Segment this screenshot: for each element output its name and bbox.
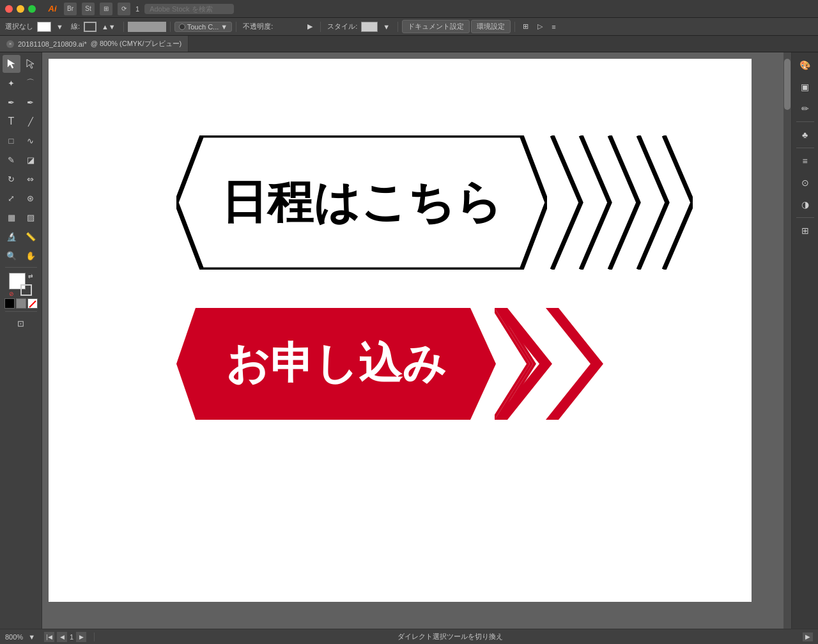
style-arrow[interactable]: ▼: [379, 22, 394, 32]
main-area: ✦ ⌒ ✒ ✒ T ╱ □ ∿ ✎ ◪ ↻ ⇔ ⤢ ⊛ ▦ ▨: [0, 52, 818, 629]
sep3: [236, 22, 236, 32]
sep5: [397, 22, 398, 32]
rotate-tool[interactable]: ↻: [3, 170, 20, 188]
extra-btn2[interactable]: ▷: [534, 21, 546, 32]
status-expand-btn[interactable]: ▶: [803, 632, 813, 641]
minimize-button[interactable]: [17, 5, 24, 13]
prev-page-btn[interactable]: ◀: [57, 632, 67, 642]
file-tab[interactable]: × 20181108_210809.ai* @ 800% (CMYK/プレビュー…: [0, 36, 189, 52]
artboard: 日程はこちら: [49, 59, 752, 602]
scrollbar-thumb[interactable]: [784, 59, 791, 110]
pen-tool[interactable]: ✒: [3, 93, 20, 111]
pathfinder-panel-btn[interactable]: ◑: [795, 194, 815, 215]
graph-tool[interactable]: ▦: [3, 208, 20, 226]
stroke-weight-input[interactable]: [128, 22, 166, 32]
page-nav: |◀ ◀ 1 ▶: [44, 632, 86, 642]
vertical-scrollbar[interactable]: [783, 52, 791, 629]
black-swatch[interactable]: [4, 298, 15, 309]
swap-colors-icon[interactable]: ⇄: [28, 273, 33, 279]
style-swatch[interactable]: [361, 22, 378, 32]
tool-row-7: ↻ ⇔: [3, 170, 40, 188]
touch-color-btn[interactable]: Touch C... ▼: [174, 22, 232, 32]
history-label: 1: [135, 5, 139, 13]
artboard-tool[interactable]: ⊡: [12, 314, 30, 332]
magic-wand-tool[interactable]: ✦: [3, 74, 20, 92]
tool-row-5: □ ∿: [3, 132, 40, 150]
none-icon[interactable]: ⊘: [9, 291, 14, 297]
tool-row-8: ⤢ ⊛: [3, 189, 40, 207]
app-icon: Ai: [46, 3, 59, 15]
direct-select-tool[interactable]: [22, 55, 40, 73]
banner1-main-shape: 日程はこちら: [176, 135, 547, 270]
scale-tool[interactable]: ⤢: [3, 189, 20, 207]
svg-marker-6: [546, 308, 603, 420]
gray-swatch[interactable]: [16, 298, 26, 309]
opacity-label: 不透明度:: [240, 20, 275, 33]
banner2: お申し込み: [176, 308, 603, 420]
rp-divider-1: [796, 121, 814, 122]
add-anchor-tool[interactable]: ✒: [22, 93, 40, 111]
stroke-options-btn[interactable]: ▲▼: [98, 22, 120, 32]
brush-panel-btn[interactable]: ✏: [795, 98, 815, 119]
color-panel-btn[interactable]: 🎨: [795, 55, 815, 75]
eraser-tool[interactable]: ◪: [22, 151, 40, 169]
fill-swatch[interactable]: [37, 22, 51, 32]
tool-row-4: T ╱: [3, 112, 40, 130]
bridge-icon[interactable]: Br: [64, 3, 77, 15]
hand-tool[interactable]: ✋: [22, 247, 40, 264]
expand-panel-btn[interactable]: ⊞: [795, 220, 815, 241]
doc-settings-btn[interactable]: ドキュメント設定: [402, 20, 470, 33]
rectangle-tool[interactable]: □: [3, 132, 20, 150]
measure-tool[interactable]: 📏: [22, 227, 40, 245]
zoom-dropdown-btn[interactable]: ▼: [24, 632, 39, 642]
tool-row-3: ✒ ✒: [3, 93, 40, 111]
extra-btn1[interactable]: ⊞: [519, 21, 532, 32]
zoom-tool[interactable]: 🔍: [3, 247, 20, 264]
stock-icon[interactable]: St: [82, 3, 95, 15]
env-btn[interactable]: 環境設定: [471, 20, 511, 33]
lasso-tool[interactable]: ⌒: [22, 74, 40, 92]
transform-panel-btn[interactable]: ⊙: [795, 172, 815, 193]
history-icon[interactable]: ⟳: [118, 3, 130, 15]
line-tool[interactable]: ╱: [22, 112, 40, 130]
stroke-label: 線:: [68, 20, 82, 33]
close-button[interactable]: [5, 5, 13, 13]
banner1-text: 日程はこちら: [176, 135, 547, 270]
eyedropper-tool[interactable]: 🔬: [3, 227, 20, 245]
banner2-main-shape: お申し込み: [176, 308, 496, 420]
select-label: 選択なし: [5, 22, 33, 31]
canvas-area: 日程はこちら: [42, 52, 791, 629]
opacity-arrow[interactable]: ▶: [304, 21, 316, 32]
sep6: [514, 22, 515, 32]
zoom-display: 800% ▼: [5, 632, 39, 642]
maximize-button[interactable]: [28, 5, 36, 13]
warp-tool[interactable]: ⊛: [22, 189, 40, 207]
select-tool[interactable]: [3, 55, 20, 73]
stroke-swatch[interactable]: [84, 22, 96, 32]
fill-options-btn[interactable]: ▼: [52, 22, 67, 32]
sep1: [123, 22, 124, 32]
tool-row-1: [3, 55, 40, 73]
layout-icon[interactable]: ⊞: [100, 3, 112, 15]
style-label: スタイル:: [325, 20, 360, 33]
adobe-stock-search[interactable]: [144, 4, 234, 14]
reflect-tool[interactable]: ⇔: [22, 170, 40, 188]
first-page-btn[interactable]: |◀: [44, 632, 54, 642]
banner2-arrows: [495, 308, 603, 420]
chart-tool[interactable]: ▨: [22, 208, 40, 226]
stroke-indicator: [20, 284, 32, 296]
type-tool[interactable]: T: [3, 112, 20, 130]
canvas-content: 日程はこちら: [42, 52, 791, 629]
symbols-panel-btn[interactable]: ♣: [795, 125, 815, 145]
align-panel-btn[interactable]: ≡: [795, 151, 815, 171]
swatches-panel-btn[interactable]: ▣: [795, 77, 815, 97]
pencil-tool[interactable]: ✎: [3, 151, 20, 169]
extra-btn3[interactable]: ≡: [548, 22, 559, 32]
tab-close-btn[interactable]: ×: [6, 40, 14, 48]
next-page-btn[interactable]: ▶: [76, 632, 86, 642]
paintbrush-tool[interactable]: ∿: [22, 132, 40, 150]
none-swatch[interactable]: [27, 298, 38, 309]
opacity-input[interactable]: 100%: [277, 23, 302, 31]
fg-bg-swatches[interactable]: ⇄ ⊘: [9, 273, 33, 297]
canvas-scroll[interactable]: 日程はこちら: [42, 52, 791, 629]
